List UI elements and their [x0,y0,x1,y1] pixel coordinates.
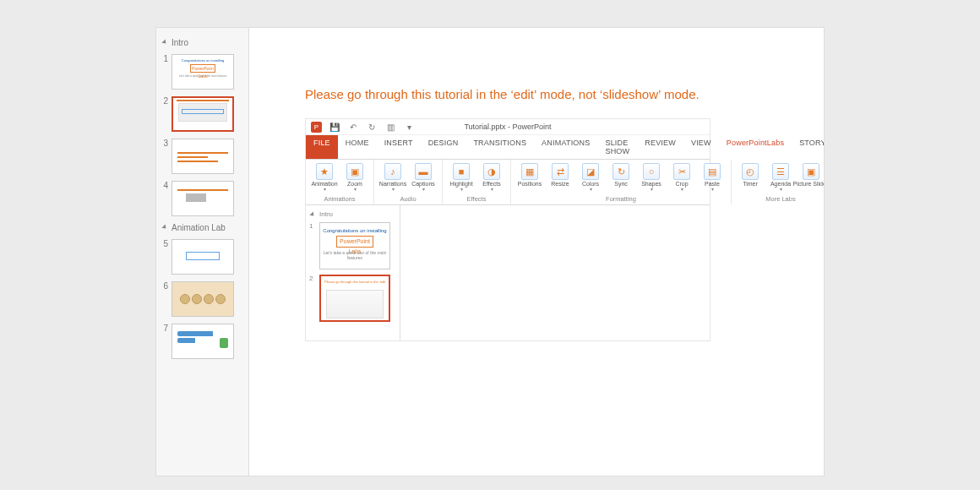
slide-number: 3 [160,139,168,148]
positions-icon: ▦ [521,163,538,180]
embedded-mini-title: Congratulations on installing [320,228,389,233]
slide-number: 5 [160,239,168,248]
ribbon-button-label: Colors [582,181,599,187]
dropdown-icon: ▾ [711,187,714,192]
ribbon-group-label: Audio [379,193,437,203]
embedded-thumb-1: Congratulations on installing PowerPoint… [319,222,390,270]
ribbon-button-agenda: ☰Agenda▾ [767,163,794,192]
ribbon-button-picture-slides: ▣Picture Slides [798,163,824,192]
ribbon-button-paste: ▤Paste▾ [699,163,726,192]
embedded-thumb-row: 2 Please go through this tutorial in the… [309,272,396,324]
ribbon-button-label: Crop [675,181,688,187]
slide-number: 4 [160,181,168,190]
slide-title-text[interactable]: Please go through this tutorial in the ‘… [249,45,790,118]
embedded-slide-canvas [400,205,710,340]
embedded-mini-inner-screenshot [326,290,384,318]
ribbon-tab-home: HOME [338,135,377,159]
ribbon-tab-insert: INSERT [377,135,421,159]
thumb-row: 6 [160,278,245,320]
zoom-icon: ▣ [346,163,363,180]
ribbon-button-highlight: ■Highlight▾ [448,163,475,192]
embedded-mini-title-bar: Please go through this tutorial in the '… [324,280,385,285]
ribbon-button-label: Agenda [770,181,791,187]
shapes-icon: ○ [643,163,660,180]
sync-icon: ↻ [612,163,629,180]
ribbon-button-shapes: ○Shapes▾ [638,163,665,192]
embedded-slide-number: 2 [309,275,316,282]
title-bar: P 💾 ↶ ↻ ▥ ▾ Tutorial.pptx - PowerPoint [306,119,710,135]
dropdown-icon: ▾ [651,187,653,192]
ribbon-group-effects: ■Highlight▾◑Effects▾Effects [443,160,511,204]
slide-thumbnail-6[interactable] [172,281,234,317]
current-slide[interactable]: Please go through this tutorial in the ‘… [249,45,790,450]
embedded-thumb-2: Please go through this tutorial in the '… [319,275,390,322]
ribbon-button-effects: ◑Effects▾ [478,163,505,192]
crop-icon: ✂ [673,163,690,180]
dropdown-icon: ▾ [392,187,395,192]
slide-number: 6 [160,281,168,291]
dropdown-icon: ▾ [590,187,592,192]
embedded-mini-sub: Let's take a quick tour of the main feat… [320,250,389,260]
mini-title: Congratulations on installing [172,58,233,63]
ribbon-tab-transitions: TRANSITIONS [466,135,534,159]
paste-icon: ▤ [704,163,721,180]
ribbon-tab-review: REVIEW [637,135,683,159]
embedded-thumb-panel: Intro 1 Congratulations on installing Po… [306,205,400,340]
qat-dropdown-icon: ▾ [403,121,415,133]
ribbon-button-colors: ◪Colors▾ [577,163,604,192]
dropdown-icon: ▾ [422,187,425,192]
mini-arrows [172,324,233,350]
slide-thumbnail-2[interactable] [172,96,234,132]
timer-icon: ◴ [742,163,759,180]
ribbon-group-formatting: ▦Positions⇄Resize◪Colors▾↻Sync○Shapes▾✂C… [511,160,732,204]
ribbon-button-label: Zoom [347,181,362,187]
ribbon-button-sync: ↻Sync [607,163,634,192]
thumb-row: 3 [160,135,245,177]
highlight-icon: ■ [453,163,470,180]
dropdown-icon: ▾ [491,187,493,192]
ribbon-button-label: Narrations [379,181,406,187]
dropdown-icon: ▾ [780,187,782,192]
mini-embed-preview [178,103,227,122]
ribbon-button-narrations: ♪Narrations▾ [379,163,406,192]
slide-thumbnail-3[interactable] [172,139,234,174]
slide-number: 1 [160,54,168,63]
slide-thumbnail-7[interactable] [172,324,234,359]
slide-number: 2 [160,96,168,106]
thumb-row: 5 [160,236,245,278]
powerpoint-window: Intro 1 Congratulations on installing Po… [156,28,824,476]
embedded-slide-number: 1 [309,222,316,230]
slide-thumbnail-panel[interactable]: Intro 1 Congratulations on installing Po… [156,28,249,476]
dropdown-icon: ▾ [681,187,683,192]
ribbon-button-label: Effects [482,181,500,187]
section-header-intro[interactable]: Intro [160,35,245,51]
mini-logo: PowerPoint Labs [190,64,215,73]
dropdown-icon: ▾ [460,187,463,192]
ribbon-button-label: Animation [311,181,337,187]
ribbon-button-label: Positions [518,181,542,187]
slide-number: 7 [160,324,168,333]
embedded-thumb-row: 1 Congratulations on installing PowerPoi… [309,220,396,272]
slide-thumbnail-5[interactable] [172,239,234,275]
ribbon-group-label: Animations [311,193,368,203]
slide-thumbnail-4[interactable] [172,181,234,216]
resize-icon: ⇄ [552,163,569,180]
ribbon-button-captions: ▬Captions▾ [410,163,437,192]
ribbon-button-label: Highlight [449,181,472,187]
section-header-animation-lab[interactable]: Animation Lab [160,220,245,236]
ribbon-button-label: Timer [743,181,758,187]
slide-thumbnail-1[interactable]: Congratulations on installing PowerPoint… [172,54,234,90]
ribbon-button-label: Paste [705,181,720,187]
embedded-section-header: Intro [309,209,396,220]
thumb-row: 4 [160,177,245,220]
ribbon-tab-view: VIEW [683,135,719,159]
undo-icon: ↶ [347,121,359,133]
ribbon-tab-storyboarding: STORYBOARDING [792,135,824,159]
slide-canvas-area[interactable]: Please go through this tutorial in the ‘… [249,28,824,476]
picture-slides-icon: ▣ [803,163,819,180]
powerpoint-icon: P [311,122,322,133]
ribbon-group-audio: ♪Narrations▾▬Captions▾Audio [374,160,443,204]
mini-chart [172,282,233,316]
ribbon-group-label: More Labs [737,193,824,203]
ribbon-group-animations: ★Animation▾▣Zoom▾Animations [306,160,374,204]
